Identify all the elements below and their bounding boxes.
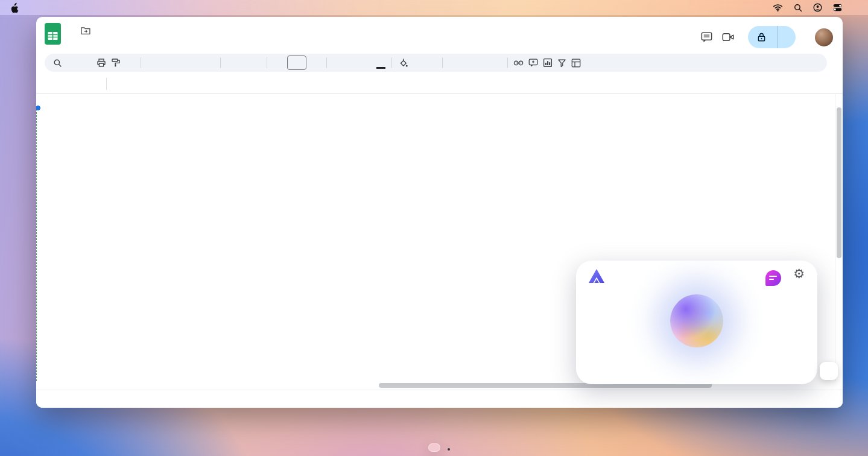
- table-button[interactable]: [569, 55, 584, 70]
- spotlight-search-icon[interactable]: [794, 4, 802, 12]
- sheet-tab-bar: [36, 390, 843, 408]
- apple-menu-icon[interactable]: [10, 2, 19, 13]
- undo-button[interactable]: [65, 55, 79, 70]
- horizontal-align-button[interactable]: [446, 55, 460, 70]
- toolbar: [36, 53, 843, 74]
- font-size-input[interactable]: [287, 55, 306, 70]
- font-select[interactable]: [224, 55, 263, 70]
- avatar[interactable]: [815, 28, 833, 46]
- vertical-scrollbar-thumb[interactable]: [837, 107, 841, 258]
- comments-icon[interactable]: [701, 32, 712, 43]
- close-button[interactable]: [820, 362, 838, 380]
- merge-cells-button[interactable]: [425, 55, 439, 70]
- borders-button[interactable]: [410, 55, 424, 70]
- text-color-button[interactable]: [374, 55, 388, 70]
- meet-call-button[interactable]: [722, 33, 738, 42]
- search-icon[interactable]: [51, 55, 65, 70]
- gear-icon[interactable]: ⚙: [793, 267, 805, 280]
- paint-format-button[interactable]: [109, 55, 122, 70]
- bold-button[interactable]: [331, 55, 344, 70]
- assistant-logo-icon: [588, 268, 605, 284]
- increase-font-size-button[interactable]: [309, 55, 323, 70]
- insert-comment-button[interactable]: [526, 55, 540, 70]
- move-to-folder-icon[interactable]: [81, 27, 90, 35]
- chat-icon[interactable]: [765, 270, 781, 286]
- text-wrap-button[interactable]: [475, 55, 489, 70]
- sheets-header: [36, 17, 843, 53]
- menu-bar: [0, 0, 868, 15]
- user-account-icon[interactable]: [813, 3, 822, 12]
- wifi-icon[interactable]: [773, 4, 783, 11]
- decrease-font-size-button[interactable]: [271, 55, 285, 70]
- functions-button[interactable]: [585, 55, 599, 70]
- format-percent-button[interactable]: [159, 55, 173, 70]
- running-indicator: [448, 448, 450, 451]
- dock: [428, 443, 440, 452]
- assistant-overlay: ⚙: [576, 261, 817, 384]
- text-rotation-button[interactable]: [490, 55, 504, 70]
- column-letters: [36, 94, 843, 106]
- vertical-scrollbar[interactable]: [835, 94, 843, 381]
- vertical-align-button[interactable]: [461, 55, 475, 70]
- share-button[interactable]: [748, 26, 796, 48]
- italic-button[interactable]: [345, 55, 359, 70]
- control-center-icon[interactable]: [833, 4, 842, 11]
- insert-link-button[interactable]: [512, 55, 525, 70]
- assistant-orb: [670, 294, 723, 347]
- more-formats-button[interactable]: [203, 55, 217, 70]
- strikethrough-button[interactable]: [360, 55, 373, 70]
- range-boundary: [36, 106, 37, 381]
- zoom-select[interactable]: [123, 55, 137, 70]
- filter-button[interactable]: [555, 55, 569, 70]
- lock-icon: [758, 33, 765, 42]
- redo-button[interactable]: [80, 55, 93, 70]
- insert-chart-button[interactable]: [540, 55, 554, 70]
- print-button[interactable]: [94, 55, 108, 70]
- format-currency-button[interactable]: [145, 55, 159, 70]
- formula-bar: [36, 74, 843, 94]
- fill-color-button[interactable]: [396, 55, 410, 70]
- increase-decimals-button[interactable]: [188, 55, 202, 70]
- decrease-decimals-button[interactable]: [174, 55, 188, 70]
- google-sheets-logo-icon[interactable]: [45, 23, 61, 45]
